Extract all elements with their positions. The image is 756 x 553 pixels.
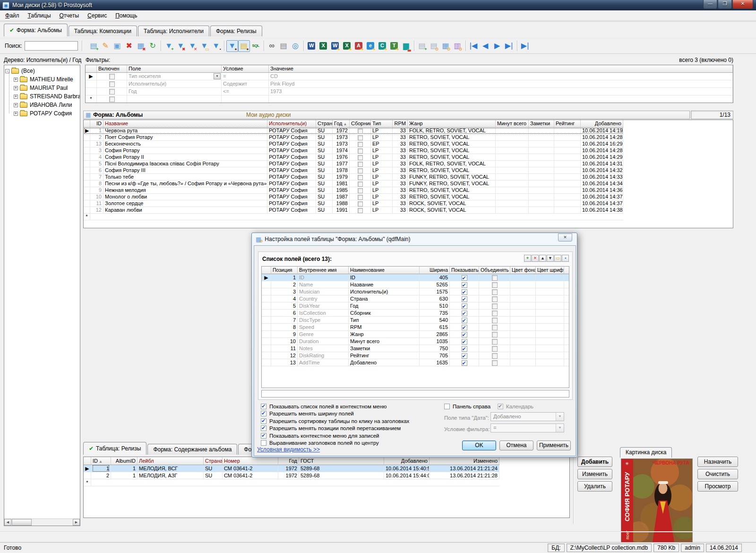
filter-condition-cell[interactable]: <= (222, 88, 269, 95)
tab-disk-picture[interactable]: Картинка диска (620, 447, 672, 458)
delete-field-icon[interactable]: ✕ (532, 255, 539, 262)
expand-icon[interactable]: + (14, 86, 18, 90)
releases-header-id[interactable]: ID▲ (91, 457, 111, 465)
main-tab[interactable]: ✔Форма: Альбомы (4, 24, 68, 36)
bottom-tab[interactable]: ✔Форма: Содержание альбома (147, 444, 237, 455)
filter-value-cell[interactable]: 1973 (269, 88, 733, 95)
show-checkbox[interactable] (462, 346, 467, 352)
releases-header-label[interactable]: Лейбл (137, 457, 204, 465)
show-checkbox[interactable] (462, 360, 467, 366)
cell-show[interactable] (450, 274, 479, 281)
cell-merge[interactable] (479, 295, 510, 302)
filter-enabled-cell[interactable] (97, 73, 127, 80)
option-checkbox[interactable] (261, 418, 266, 424)
table-row[interactable]: ▶ 1 Червона рута РОТАРУ София SU 1972 LP… (84, 128, 623, 134)
option-checkbox[interactable] (261, 425, 266, 431)
dialog-close-button[interactable]: ✕ (558, 233, 572, 242)
expand-icon[interactable]: + (14, 95, 18, 99)
cell-show[interactable] (450, 310, 479, 316)
checkbox[interactable] (109, 89, 115, 95)
checkbox[interactable] (109, 81, 115, 87)
table-row[interactable]: 4 София Ротару II РОТАРУ София SU 1976 L… (84, 154, 623, 161)
cell-bgcolor[interactable] (510, 317, 536, 323)
cell-show[interactable] (450, 295, 479, 302)
filter-condition-select[interactable]: = ▼ (490, 423, 564, 432)
merge-checkbox[interactable] (492, 303, 498, 309)
tree-horizontal-scrollbar[interactable]: ◀ ▶ (4, 518, 80, 526)
option-row[interactable]: Показывать список полей в контекстном ме… (261, 403, 409, 410)
option-checkbox[interactable] (261, 433, 266, 439)
field-row[interactable]: 8 Speed RPM 615 (262, 324, 569, 331)
filter-value-cell[interactable]: CD (269, 73, 733, 80)
cell-merge[interactable] (479, 331, 510, 337)
filter-condition-cell[interactable]: Содержит (222, 80, 269, 87)
table-row[interactable]: 11 Золотое сердце РОТАРУ София SU 1988 L… (84, 200, 623, 207)
filter-value-cell[interactable]: Pink Floyd (269, 80, 733, 87)
cell-fontcolor[interactable] (536, 324, 564, 330)
cell-bgcolor[interactable] (510, 345, 536, 352)
nav-prev-icon[interactable]: ◀ (480, 40, 491, 52)
show-checkbox[interactable] (462, 303, 467, 309)
cell-fontcolor[interactable] (536, 274, 564, 281)
load-fields-icon[interactable]: ▭ (554, 255, 561, 262)
filter-delete-icon[interactable]: ▼✖ (175, 40, 187, 52)
field-row[interactable]: 9 Genre Жанр 2865 (262, 331, 569, 338)
field-row[interactable]: 10 Duration Минут всего 1035 (262, 338, 569, 345)
checkbox[interactable] (109, 74, 115, 79)
merge-checkbox[interactable] (492, 311, 498, 316)
cell-merge[interactable] (479, 288, 510, 295)
preview-icon[interactable]: ◎ (290, 40, 301, 52)
filter-value-cell[interactable] (269, 95, 733, 103)
table-row[interactable]: 2 1 МЕЛОДИЯ, АЗГ SU СМ 03641-2 1972 5289… (84, 472, 499, 479)
merge-checkbox[interactable] (492, 332, 498, 337)
filter-row[interactable]: * ▼ (86, 95, 733, 103)
field-row[interactable]: 13 AddTime Добавлено 1635 (262, 359, 569, 366)
table-row[interactable]: 9 Нежная мелодия РОТАРУ София SU 1985 LP… (84, 187, 623, 194)
excel-doc-icon[interactable]: X (318, 40, 329, 52)
albums-header-notes[interactable]: Заметки (529, 120, 554, 127)
tree-item[interactable]: + ИВАНОВА Лили (5, 101, 80, 109)
cell-show[interactable] (450, 359, 479, 366)
cell-fontcolor[interactable] (536, 331, 564, 337)
filter-field-cell[interactable]: Год▼ (127, 88, 222, 95)
add-related-icon[interactable]: ▤+ (416, 40, 428, 52)
cell-merge[interactable] (479, 302, 510, 309)
table-row[interactable]: 5 Пісні Володимира Івасюка співає Софія … (84, 161, 623, 167)
cell-fontcolor[interactable] (536, 281, 564, 288)
form-settings-icon[interactable]: ▥⚙ (452, 40, 464, 52)
close-button[interactable]: ✕ (732, 0, 753, 9)
albums-header-year[interactable]: Год▲ (333, 120, 350, 127)
merge-checkbox[interactable] (492, 346, 498, 352)
releases-header-gost[interactable]: ГОСТ (299, 457, 384, 465)
print-icon[interactable]: ▤ (278, 40, 290, 52)
tree-view-icon[interactable]: ▤● (238, 40, 250, 52)
move-down-icon[interactable]: ▼ (547, 255, 554, 262)
field-row[interactable]: 12 DiskRating Рейтинг 705 (262, 352, 569, 359)
cell-fontcolor[interactable] (536, 317, 564, 323)
filter-enabled-cell[interactable] (97, 80, 127, 87)
cell-bgcolor[interactable] (510, 338, 536, 345)
show-checkbox[interactable] (462, 318, 467, 323)
show-checkbox[interactable] (462, 339, 467, 345)
find-icon[interactable]: ∞ (266, 40, 278, 52)
album-cover-image[interactable]: ✳ СОФИЯ РОТАРУ поет ЧЕРВОНА РУТА (621, 458, 693, 543)
add-field-icon[interactable]: + (524, 255, 531, 262)
cell-merge[interactable] (479, 310, 510, 316)
related-settings-icon[interactable]: ▤⚙ (428, 40, 440, 52)
minimize-button[interactable]: — (703, 0, 717, 9)
save-fields-icon[interactable]: ▪ (562, 255, 569, 262)
cell-bgcolor[interactable] (510, 310, 536, 316)
show-checkbox[interactable] (462, 325, 467, 330)
albums-header-rpm[interactable]: RPM (393, 120, 408, 127)
export-html-icon[interactable]: e➔ (365, 40, 377, 52)
field-row[interactable]: 6 IsCollection Сборник 735 (262, 310, 569, 317)
albums-header-musician[interactable]: Исполнитель(и) (267, 120, 316, 127)
merge-checkbox[interactable] (492, 360, 498, 366)
checkbox[interactable] (109, 96, 115, 102)
filter-clear-icon[interactable]: ▼✕ (187, 40, 198, 52)
cell-show[interactable] (450, 288, 479, 295)
option-checkbox[interactable] (261, 404, 266, 409)
menu-item[interactable]: Таблицы (24, 11, 55, 20)
cell-fontcolor[interactable] (536, 288, 564, 295)
picture-button[interactable]: Очистить (697, 469, 738, 479)
